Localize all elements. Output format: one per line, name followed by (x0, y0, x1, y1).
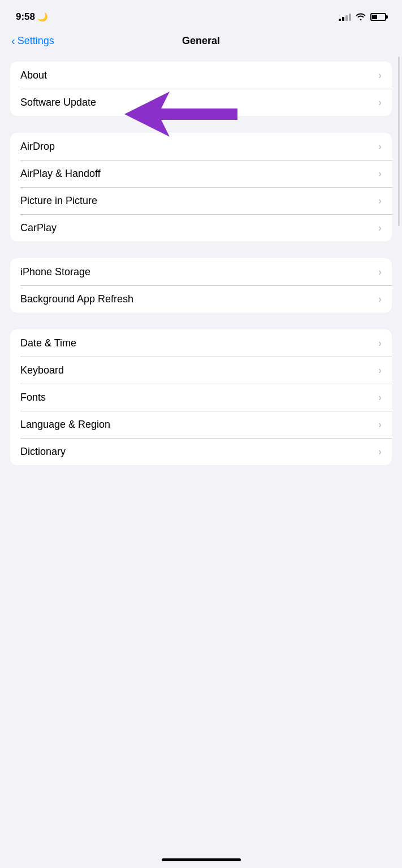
airplay-handoff-row[interactable]: AirPlay & Handoff › (10, 160, 392, 187)
settings-group-1: About › Software Update › (10, 62, 392, 116)
fonts-label: Fonts (20, 392, 46, 403)
background-app-refresh-label: Background App Refresh (20, 293, 133, 305)
background-app-refresh-row[interactable]: Background App Refresh › (10, 285, 392, 313)
background-app-refresh-chevron-icon: › (378, 293, 382, 305)
moon-icon: 🌙 (37, 12, 48, 22)
about-row[interactable]: About › (10, 62, 392, 89)
language-region-row[interactable]: Language & Region › (10, 411, 392, 438)
picture-in-picture-chevron-icon: › (378, 195, 382, 207)
battery-body (370, 13, 386, 21)
carplay-label: CarPlay (20, 222, 57, 234)
software-update-row[interactable]: Software Update › (10, 89, 392, 116)
time-text: 9:58 (16, 11, 35, 23)
date-time-row[interactable]: Date & Time › (10, 329, 392, 357)
date-time-label: Date & Time (20, 337, 76, 349)
airdrop-label: AirDrop (20, 141, 55, 153)
language-region-label: Language & Region (20, 419, 110, 431)
airdrop-row[interactable]: AirDrop › (10, 133, 392, 160)
signal-bar-4 (349, 14, 351, 21)
airplay-handoff-label: AirPlay & Handoff (20, 168, 101, 180)
dictionary-label: Dictionary (20, 446, 66, 458)
scrollbar[interactable] (398, 57, 400, 226)
settings-group-3: iPhone Storage › Background App Refresh … (10, 258, 392, 313)
about-label: About (20, 70, 47, 81)
settings-group-2: AirDrop › AirPlay & Handoff › Picture in… (10, 133, 392, 241)
signal-bar-1 (339, 19, 341, 21)
status-time: 9:58 🌙 (16, 11, 48, 23)
settings-content: About › Software Update › AirDrop › AirP… (0, 56, 402, 488)
nav-bar: ‹ Settings General (0, 31, 402, 56)
keyboard-row[interactable]: Keyboard › (10, 357, 392, 384)
fonts-chevron-icon: › (378, 392, 382, 403)
iphone-storage-row[interactable]: iPhone Storage › (10, 258, 392, 285)
carplay-row[interactable]: CarPlay › (10, 214, 392, 241)
home-indicator (162, 858, 241, 861)
about-chevron-icon: › (378, 70, 382, 81)
language-region-chevron-icon: › (378, 419, 382, 431)
status-icons (339, 12, 386, 22)
iphone-storage-label: iPhone Storage (20, 266, 90, 278)
dictionary-chevron-icon: › (378, 446, 382, 458)
settings-group-4: Date & Time › Keyboard › Fonts › Languag… (10, 329, 392, 465)
back-label[interactable]: Settings (18, 35, 54, 47)
keyboard-chevron-icon: › (378, 364, 382, 376)
software-update-chevron-icon: › (378, 97, 382, 108)
carplay-chevron-icon: › (378, 222, 382, 234)
iphone-storage-chevron-icon: › (378, 266, 382, 278)
software-update-label: Software Update (20, 97, 96, 108)
battery-icon (370, 13, 386, 21)
battery-fill (372, 15, 377, 19)
back-button[interactable]: ‹ Settings (11, 34, 54, 47)
airdrop-chevron-icon: › (378, 141, 382, 153)
airplay-handoff-chevron-icon: › (378, 168, 382, 180)
picture-in-picture-label: Picture in Picture (20, 195, 97, 207)
date-time-chevron-icon: › (378, 337, 382, 349)
wifi-icon (356, 12, 366, 22)
status-bar: 9:58 🌙 (0, 0, 402, 31)
picture-in-picture-row[interactable]: Picture in Picture › (10, 187, 392, 214)
keyboard-label: Keyboard (20, 364, 64, 376)
signal-bar-2 (342, 17, 344, 21)
signal-icon (339, 13, 351, 21)
signal-bar-3 (345, 15, 348, 21)
page-title: General (182, 35, 220, 47)
back-chevron-icon: ‹ (11, 34, 15, 47)
dictionary-row[interactable]: Dictionary › (10, 438, 392, 465)
fonts-row[interactable]: Fonts › (10, 384, 392, 411)
